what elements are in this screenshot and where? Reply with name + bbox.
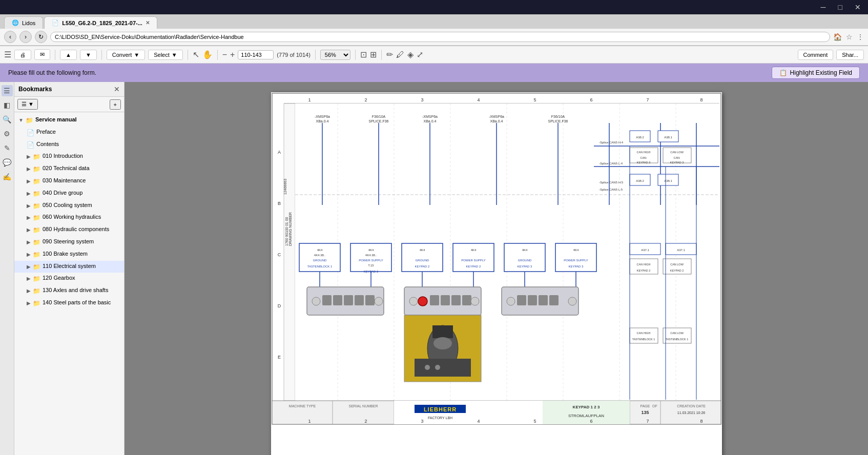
zoom-in-icon[interactable]: + (230, 50, 235, 59)
maximize-button[interactable]: □ (835, 2, 845, 12)
svg-point-115 (507, 297, 515, 305)
svg-text:CAN HIGH: CAN HIGH (636, 263, 650, 266)
star-icon[interactable]: ☆ (846, 33, 853, 41)
chevron-right-icon-020: ▶ (27, 166, 31, 173)
annotate-sidebar-icon[interactable]: ✎ (2, 142, 13, 154)
svg-text:POWER SUPPLY: POWER SUPPLY (461, 259, 486, 262)
svg-text:-Splice CAN5 H:4: -Splice CAN5 H:4 (599, 141, 624, 144)
address-input[interactable] (50, 32, 830, 42)
svg-text:7: 7 (646, 97, 649, 102)
comments-sidebar-icon[interactable]: 💬 (2, 157, 13, 168)
bookmark-090[interactable]: ▶ 📁 090 Steering system (14, 236, 124, 249)
bookmark-130[interactable]: ▶ 📁 130 Axles and drive shafts (14, 285, 124, 297)
bookmark-060[interactable]: ▶ 📁 060 Working hydraulics (14, 212, 124, 224)
svg-text:C: C (277, 252, 281, 257)
minimize-button[interactable]: ─ (818, 2, 829, 12)
browser-icons: 🏠 ☆ ⋮ (833, 33, 864, 41)
svg-text:A37.1: A37.1 (677, 249, 685, 252)
email-button[interactable]: ✉ (34, 49, 50, 60)
bookmark-020[interactable]: ▶ 📁 020 Technical data (14, 163, 124, 175)
highlight-button-label: Highlight Existing Field (790, 69, 852, 76)
bookmark-menu-button[interactable]: ☰ ▼ (17, 99, 38, 110)
svg-text:-Splice CAN5 L:5: -Splice CAN5 L:5 (599, 188, 623, 191)
svg-text:4K4.38..: 4K4.38.. (314, 254, 325, 257)
pdf-viewer[interactable]: 1 2 3 4 5 6 7 8 A B C D E (125, 82, 868, 455)
svg-text:KEYPAD 2: KEYPAD 2 (670, 269, 684, 272)
svg-text:-XMSP6a: -XMSP6a (422, 115, 438, 118)
highlight-icon[interactable]: 🖊 (396, 50, 404, 59)
bookmark-120[interactable]: ▶ 📁 120 Gearbox (14, 273, 124, 285)
convert-button[interactable]: Convert▼ (107, 50, 145, 60)
tools-sidebar-icon[interactable]: ⚙ (2, 128, 13, 139)
comment-button[interactable]: Comment (798, 50, 834, 60)
svg-text:KEYPAD 2: KEYPAD 2 (415, 265, 430, 268)
notification-message: Please fill out the following form. (8, 69, 96, 76)
svg-rect-100 (322, 295, 332, 305)
svg-text:TASTENBLOCK 1: TASTENBLOCK 1 (665, 338, 688, 341)
close-button[interactable]: ✕ (852, 2, 864, 12)
select-label: Select (154, 52, 170, 58)
svg-text:PAGE: PAGE (640, 404, 650, 408)
toolbar-menu-icon[interactable]: ☰ (4, 50, 11, 59)
bookmark-add-button[interactable]: + (110, 99, 121, 110)
signatures-sidebar-icon[interactable]: ✍ (2, 171, 13, 182)
up-button[interactable]: ▲ (60, 50, 77, 60)
home-icon[interactable]: 🏠 (833, 33, 842, 41)
bookmark-090-label: 090 Steering system (43, 238, 94, 245)
svg-text:12466663: 12466663 (283, 179, 287, 195)
svg-text:KEYPAD 3: KEYPAD 3 (670, 161, 684, 164)
bookmark-110[interactable]: ▶ 📁 110 Electrical system (14, 261, 124, 273)
zoom-out-icon[interactable]: − (222, 50, 227, 59)
svg-text:1: 1 (308, 97, 311, 102)
bookmark-050[interactable]: ▶ 📁 050 Cooling system (14, 200, 124, 212)
tab-pdf[interactable]: 📄 L550_G6.2-D_1825_2021-07-... ✕ (44, 16, 157, 29)
panel-close-icon[interactable]: ✕ (114, 85, 120, 93)
bookmark-contents[interactable]: 📄 Contents (14, 139, 124, 151)
down-button[interactable]: ▼ (80, 50, 97, 60)
settings-icon[interactable]: ⋮ (857, 33, 864, 41)
page-input[interactable] (238, 50, 274, 59)
svg-rect-70 (350, 243, 391, 272)
highlight-existing-field-button[interactable]: 📋 Highlight Existing Field (772, 67, 860, 79)
edit-icon[interactable]: ✏ (386, 50, 393, 59)
cursor-icon[interactable]: ↖ (193, 50, 199, 59)
refresh-button[interactable]: ↻ (35, 31, 47, 43)
svg-text:CAN:: CAN: (673, 156, 680, 159)
zoom-select[interactable]: 56% 75% 100% (320, 50, 350, 60)
hand-icon[interactable]: ✋ (202, 50, 213, 59)
bookmarks-sidebar-icon[interactable]: ☰ (2, 85, 13, 96)
back-button[interactable]: ‹ (4, 31, 16, 43)
bookmark-080[interactable]: ▶ 📁 080 Hydraulic components (14, 224, 124, 236)
svg-rect-119 (549, 295, 559, 305)
bookmark-040[interactable]: ▶ 📁 040 Drive group (14, 188, 124, 200)
bookmark-service-manual[interactable]: ▼ 📁 Service manual (14, 114, 124, 127)
print-button[interactable]: 🖨 (14, 50, 31, 60)
bookmark-030[interactable]: ▶ 📁 030 Maintenance (14, 175, 124, 188)
tab-lidos[interactable]: 🌐 Lidos (4, 16, 43, 29)
bookmark-contents-label: Contents (36, 140, 59, 148)
search-sidebar-icon[interactable]: 🔍 (2, 114, 13, 125)
layers-sidebar-icon[interactable]: ◧ (2, 99, 13, 111)
svg-point-99 (312, 297, 320, 305)
svg-text:KEYPAD 3: KEYPAD 3 (636, 161, 650, 164)
stamp-icon[interactable]: ◈ (407, 50, 414, 59)
browser-tabs: 🌐 Lidos 📄 L550_G6.2-D_1825_2021-07-... ✕ (0, 14, 868, 29)
svg-text:135: 135 (641, 410, 649, 415)
share-button[interactable]: Shar... (836, 50, 864, 60)
select-button[interactable]: Select▼ (148, 50, 182, 60)
svg-point-124 (433, 337, 452, 349)
forward-button[interactable]: › (19, 31, 32, 43)
bookmark-140[interactable]: ▶ 📁 140 Steel parts of the basic (14, 297, 124, 309)
svg-text:D: D (277, 303, 281, 308)
tab-close-icon[interactable]: ✕ (146, 20, 150, 26)
fit-width-icon[interactable]: ⊞ (370, 50, 377, 59)
fit-page-icon[interactable]: ⊡ (360, 50, 367, 59)
bookmark-010[interactable]: ▶ 📁 010 Introduction (14, 151, 124, 163)
comment-label: Comment (803, 52, 828, 58)
expand-icon[interactable]: ⤢ (417, 50, 423, 59)
svg-text:4: 4 (477, 419, 480, 424)
bookmark-100[interactable]: ▶ 📁 100 Brake system (14, 249, 124, 261)
chevron-right-icon-060: ▶ (27, 214, 31, 221)
bookmark-preface[interactable]: 📄 Preface (14, 127, 124, 139)
bookmark-tree[interactable]: ▼ 📁 Service manual 📄 Preface 📄 Contents … (14, 112, 124, 455)
